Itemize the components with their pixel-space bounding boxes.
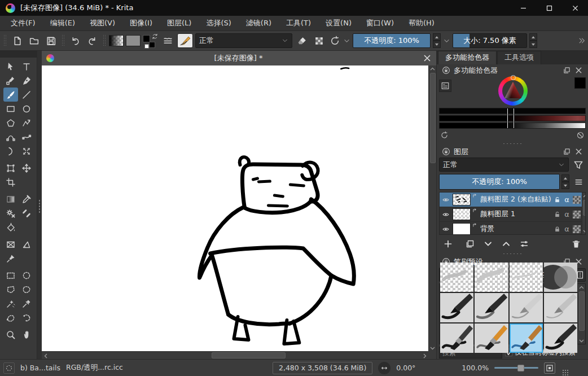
layer-thumbnail[interactable] xyxy=(453,223,471,235)
brush-preset-airbrush[interactable] xyxy=(544,263,577,292)
menu-item-3[interactable]: 图像(I) xyxy=(122,16,160,30)
toolbox-titlebar[interactable] xyxy=(0,51,37,58)
close-docker-icon[interactable] xyxy=(574,147,583,156)
tool-enclose-fill[interactable] xyxy=(3,237,18,251)
color-profile[interactable]: RGB/透明...rc.icc xyxy=(66,363,123,373)
tool-select-shapes[interactable] xyxy=(3,59,18,73)
float-docker-icon[interactable] xyxy=(563,66,571,75)
preserve-alpha-button[interactable] xyxy=(311,33,326,48)
brush-preset-paint-dark[interactable] xyxy=(440,323,473,353)
hue-ring[interactable] xyxy=(498,76,528,106)
duplicate-layer-button[interactable] xyxy=(462,237,479,251)
splitter-grip[interactable] xyxy=(38,199,41,214)
eraser-mode-button[interactable] xyxy=(295,33,309,48)
spin-up-button[interactable] xyxy=(433,33,441,41)
tool-smart-patch[interactable] xyxy=(19,206,34,220)
canvas-tab-titlebar[interactable]: [未保存图像] * xyxy=(42,51,436,65)
toolbar-drag-handle[interactable] xyxy=(3,34,6,47)
layer-name[interactable]: 颜料图层 1 xyxy=(480,209,551,219)
layer-list-scrollbar[interactable] xyxy=(582,193,586,234)
chevron-down-icon[interactable] xyxy=(343,37,350,45)
close-button[interactable] xyxy=(562,0,588,16)
brush-preset-ballpoint[interactable] xyxy=(544,293,577,322)
brush-editor-button[interactable] xyxy=(177,33,193,48)
spin-down-button[interactable] xyxy=(433,41,441,48)
value-bar[interactable] xyxy=(439,123,586,129)
menu-item-1[interactable]: 编辑(E) xyxy=(43,16,82,30)
layer-thumbnail[interactable] xyxy=(453,208,471,220)
saturation-value-triangle[interactable] xyxy=(503,81,523,100)
blending-mode-dropdown[interactable]: 正常 xyxy=(195,33,292,48)
toolbar-overflow-button[interactable] xyxy=(578,37,586,45)
scroll-left-icon[interactable] xyxy=(42,352,49,359)
tool-fill[interactable] xyxy=(3,220,18,234)
menu-item-5[interactable]: 选择(S) xyxy=(199,16,238,30)
layer-row[interactable]: 颜料图层 1α xyxy=(440,207,582,222)
foreground-background-colors[interactable] xyxy=(143,33,158,49)
tool-pattern[interactable] xyxy=(3,206,18,220)
tool-select-magnetic[interactable] xyxy=(19,311,34,325)
zoom-fit-button[interactable] xyxy=(544,362,555,374)
pattern-chooser-button[interactable] xyxy=(126,35,141,46)
spin-down-button[interactable] xyxy=(529,41,537,48)
bar-marker[interactable] xyxy=(507,108,508,129)
tool-select-freehand[interactable] xyxy=(19,282,34,296)
docker-splitter[interactable] xyxy=(37,51,42,359)
layer-opacity-spinbox[interactable] xyxy=(561,174,569,189)
swap-colors-icon[interactable] xyxy=(152,33,158,40)
brush-preset-ink-brush[interactable] xyxy=(475,293,508,322)
minimize-button[interactable] xyxy=(510,0,536,16)
layer-thumbnail[interactable] xyxy=(453,194,471,206)
layer-row[interactable]: 背景α xyxy=(440,222,582,235)
tool-reference-images[interactable] xyxy=(3,251,18,265)
size-spinbox[interactable] xyxy=(529,33,537,48)
layer-opacity-slider[interactable]: 不透明度: 100% xyxy=(439,174,560,190)
scroll-up-icon[interactable] xyxy=(582,193,586,199)
scroll-up-icon[interactable] xyxy=(578,284,585,291)
scrollbar-thumb[interactable] xyxy=(430,73,436,163)
tool-measure[interactable] xyxy=(19,237,34,251)
menu-item-7[interactable]: 工具(T) xyxy=(279,16,318,30)
layer-visibility-icon[interactable] xyxy=(441,196,451,204)
docker-resize-handle[interactable] xyxy=(437,251,588,256)
gradient-chooser-button[interactable] xyxy=(109,35,124,46)
brush-size-slider[interactable]: 大小: 7.50 像素 xyxy=(453,33,527,48)
scrollbar-thumb[interactable] xyxy=(579,291,585,331)
move-layer-down-button[interactable] xyxy=(480,237,497,251)
layer-lock-icon[interactable] xyxy=(553,210,561,218)
brush-preset-paint-detail[interactable] xyxy=(475,323,508,353)
move-layer-up-button[interactable] xyxy=(498,237,515,251)
current-color-swatch[interactable] xyxy=(574,77,586,89)
zoom-slider-knob[interactable] xyxy=(517,365,524,371)
tool-pan[interactable] xyxy=(19,327,34,342)
menu-item-4[interactable]: 图层(L) xyxy=(160,16,199,30)
layer-properties-button[interactable] xyxy=(516,237,533,251)
tool-text[interactable] xyxy=(19,59,34,73)
menu-item-6[interactable]: 滤镜(R) xyxy=(239,16,279,30)
tool-edit-shapes[interactable] xyxy=(3,73,18,88)
brush-preset-eraser-soft[interactable] xyxy=(440,263,473,292)
refresh-colors-icon[interactable] xyxy=(440,131,449,139)
scroll-down-icon[interactable] xyxy=(578,337,585,344)
save-button[interactable] xyxy=(43,33,58,48)
canvas-rotation-angle[interactable]: 0.00° xyxy=(396,364,415,372)
image-dimensions[interactable]: 2,480 x 3,508 (34.6 MiB) xyxy=(273,362,372,374)
background-color-swatch[interactable] xyxy=(144,44,149,49)
brush-preset-fineliner[interactable] xyxy=(510,293,543,322)
scroll-right-icon[interactable] xyxy=(421,352,428,359)
canvas[interactable] xyxy=(42,65,428,351)
tool-select-contiguous[interactable] xyxy=(19,296,34,311)
tool-dynamic-brush[interactable] xyxy=(3,144,18,158)
tab-advanced-color-selector[interactable]: 多功能拾色器 xyxy=(438,51,497,64)
layer-alpha-lock-icon[interactable]: α xyxy=(563,195,571,204)
docker-lock-icon[interactable] xyxy=(442,147,450,156)
zoom-slider[interactable] xyxy=(494,364,538,372)
close-docker-icon[interactable] xyxy=(574,66,583,75)
tool-rectangle[interactable] xyxy=(3,102,18,116)
layer-inherit-alpha-icon[interactable] xyxy=(573,225,581,233)
layer-visibility-icon[interactable] xyxy=(441,211,451,218)
no-color-icon[interactable] xyxy=(576,131,585,139)
selection-mode-icon[interactable] xyxy=(3,362,15,374)
layer-lock-icon[interactable] xyxy=(553,195,561,204)
toolbar-drag-handle[interactable] xyxy=(62,34,64,47)
